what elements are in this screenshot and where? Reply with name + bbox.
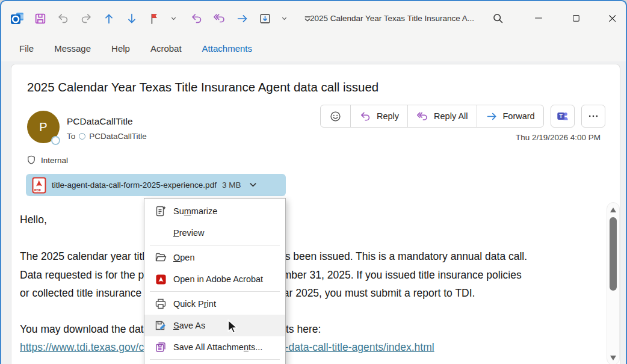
sensitivity-label: Internal bbox=[26, 155, 68, 165]
menu-item-preview[interactable]: Preview bbox=[144, 222, 285, 244]
redo-icon[interactable] bbox=[78, 11, 93, 26]
sender-name[interactable]: PCDataCallTitle bbox=[67, 116, 133, 127]
menu-label-accel: S bbox=[173, 321, 179, 330]
menu-separator bbox=[150, 245, 280, 245]
tab-file[interactable]: File bbox=[19, 43, 34, 54]
menu-item-save-as[interactable]: Save As bbox=[144, 315, 285, 336]
menu-label: ts... bbox=[249, 342, 262, 352]
menu-label: Open in Adobe Acrobat bbox=[173, 274, 263, 284]
forward-label: Forward bbox=[503, 111, 535, 121]
message-timestamp: Thu 2/19/2026 4:00 PM bbox=[516, 133, 601, 142]
scroll-down-arrow-icon[interactable] bbox=[610, 356, 616, 360]
menu-label-accel: O bbox=[173, 253, 180, 262]
menu-item-open-in-adobe-acrobat[interactable]: Open in Adobe Acrobat bbox=[144, 268, 285, 290]
save-as-icon bbox=[155, 319, 167, 332]
maximize-button[interactable] bbox=[564, 7, 587, 29]
recipient-name[interactable]: PCDataCallTitle bbox=[89, 132, 147, 141]
save-all-icon bbox=[155, 341, 167, 353]
vertical-scrollbar[interactable] bbox=[607, 202, 620, 364]
undo-icon[interactable] bbox=[55, 11, 70, 26]
reply-icon bbox=[359, 110, 372, 123]
flag-dropdown-icon[interactable] bbox=[166, 11, 181, 26]
no-icon bbox=[155, 227, 167, 239]
menu-label: ave As bbox=[179, 321, 206, 330]
menu-separator bbox=[150, 359, 280, 360]
to-label: To bbox=[67, 132, 75, 141]
ribbon-tab-bar: File Message Help Acrobat Attachments bbox=[1, 35, 626, 61]
ellipsis-icon bbox=[587, 110, 599, 122]
title-bar: 2025 Calendar Year Texas Title Insurance… bbox=[1, 1, 626, 35]
move-up-icon[interactable] bbox=[101, 11, 116, 26]
menu-label: Save All Attachme bbox=[173, 342, 244, 352]
shield-icon bbox=[26, 155, 37, 165]
message-subject: 2025 Calendar Year Texas Title Insurance… bbox=[27, 80, 378, 94]
menu-label: Quick P bbox=[173, 299, 204, 309]
menu-label: review bbox=[179, 228, 205, 238]
presence-badge bbox=[51, 136, 60, 145]
attachment-dropdown-icon[interactable] bbox=[249, 180, 258, 190]
outlook-message-window: 2025 Calendar Year Texas Title Insurance… bbox=[0, 0, 627, 364]
reactions-button[interactable] bbox=[321, 105, 351, 127]
reply-icon[interactable] bbox=[189, 11, 204, 26]
avatar-initial: P bbox=[39, 120, 47, 134]
reply-all-button[interactable]: Reply All bbox=[408, 105, 477, 127]
search-icon[interactable] bbox=[486, 7, 509, 29]
attachment-context-menu: Summarize Preview Open Open in A bbox=[144, 198, 286, 364]
menu-item-save-all-attachments[interactable]: Save All Attachments... bbox=[144, 336, 285, 358]
reply-button[interactable]: Reply bbox=[351, 105, 408, 127]
window-title: 2025 Calendar Year Texas Title Insurance… bbox=[310, 1, 474, 35]
move-to-dropdown-icon[interactable] bbox=[277, 11, 292, 26]
scroll-up-arrow-icon[interactable] bbox=[610, 208, 616, 212]
adobe-acrobat-icon bbox=[155, 273, 167, 285]
attachment-chip[interactable]: PDF title-agent-data-call-form-2025-expe… bbox=[26, 174, 286, 196]
printer-icon bbox=[155, 298, 167, 310]
pdf-file-icon: PDF bbox=[32, 177, 46, 194]
forward-icon[interactable] bbox=[235, 11, 250, 26]
menu-item-summarize[interactable]: Summarize bbox=[144, 200, 285, 222]
quick-access-toolbar bbox=[10, 1, 315, 35]
attachment-filename: title-agent-data-call-form-2025-experien… bbox=[52, 180, 217, 190]
tab-help[interactable]: Help bbox=[111, 43, 130, 54]
attachment-size: 3 MB bbox=[222, 180, 241, 190]
outlook-logo-icon bbox=[10, 11, 25, 26]
close-button[interactable] bbox=[601, 7, 623, 29]
scrollbar-thumb[interactable] bbox=[610, 217, 617, 291]
smiley-icon bbox=[329, 110, 342, 123]
forward-button[interactable]: Forward bbox=[477, 105, 543, 127]
menu-item-quick-print[interactable]: Quick Print bbox=[144, 293, 285, 315]
menu-item-open[interactable]: Open bbox=[144, 247, 285, 268]
move-down-icon[interactable] bbox=[124, 11, 139, 26]
flag-icon[interactable] bbox=[147, 11, 162, 26]
recipient-presence-icon bbox=[79, 133, 85, 140]
more-actions-button[interactable] bbox=[581, 105, 605, 128]
menu-separator bbox=[150, 291, 280, 292]
tab-acrobat[interactable]: Acrobat bbox=[150, 43, 182, 54]
reply-all-label: Reply All bbox=[434, 111, 468, 121]
move-to-folder-icon[interactable] bbox=[258, 11, 273, 26]
save-icon[interactable] bbox=[32, 11, 48, 26]
menu-item-upload-partial[interactable] bbox=[144, 361, 285, 364]
menu-label-accel: P bbox=[173, 228, 179, 238]
menu-label-accel: n bbox=[244, 342, 249, 352]
message-card: 2025 Calendar Year Texas Title Insurance… bbox=[11, 64, 620, 364]
svg-text:T: T bbox=[559, 113, 563, 119]
minimize-button[interactable] bbox=[527, 7, 550, 29]
summarize-icon bbox=[155, 205, 167, 217]
teams-icon: T bbox=[556, 110, 569, 123]
sensitivity-text: Internal bbox=[41, 156, 68, 165]
reply-all-icon[interactable] bbox=[212, 11, 227, 26]
menu-label: marize bbox=[191, 206, 218, 216]
tab-attachments[interactable]: Attachments bbox=[202, 43, 252, 54]
menu-label: int bbox=[207, 299, 216, 309]
message-actions: Reply Reply All Forward bbox=[320, 105, 605, 128]
reply-button-group: Reply Reply All Forward bbox=[320, 105, 544, 128]
svg-text:PDF: PDF bbox=[34, 188, 42, 192]
reply-all-icon bbox=[416, 110, 429, 123]
body-greeting: Hello, bbox=[20, 214, 47, 226]
reply-label: Reply bbox=[377, 111, 399, 121]
forward-icon bbox=[486, 110, 498, 123]
menu-label: Su bbox=[173, 206, 184, 216]
tab-message[interactable]: Message bbox=[54, 43, 91, 54]
share-to-teams-button[interactable]: T bbox=[551, 105, 575, 128]
recipient-row: To PCDataCallTitle bbox=[67, 132, 147, 141]
